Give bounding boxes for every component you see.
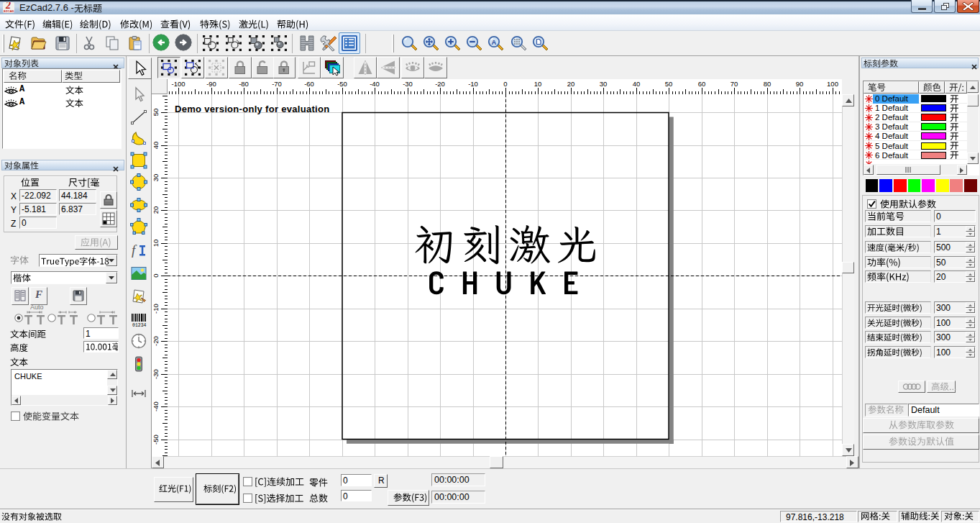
svg-text:-80: -80: [239, 80, 249, 88]
svg-text:-10: -10: [468, 80, 478, 88]
svg-text:-10: -10: [152, 304, 160, 314]
svg-text:-70: -70: [272, 80, 282, 88]
svg-text:-90: -90: [206, 80, 216, 88]
svg-text:30: 30: [600, 80, 608, 88]
svg-text:90: 90: [796, 80, 804, 88]
svg-text:-20: -20: [435, 80, 445, 88]
svg-text:0: 0: [152, 273, 160, 277]
svg-text:01234: 01234: [132, 323, 147, 328]
svg-text:-50: -50: [337, 80, 347, 88]
svg-text:20: 20: [567, 80, 575, 88]
svg-text:70: 70: [731, 80, 738, 88]
svg-text:40: 40: [633, 80, 641, 88]
svg-text:10: 10: [534, 80, 542, 88]
svg-text:-60: -60: [304, 80, 314, 88]
svg-text:50: 50: [152, 109, 160, 117]
svg-text:-30: -30: [403, 80, 413, 88]
svg-text:-50: -50: [152, 435, 160, 445]
svg-text:50: 50: [665, 80, 673, 88]
svg-text:-20: -20: [152, 336, 160, 346]
svg-text:80: 80: [764, 80, 771, 88]
svg-text:-100: -100: [171, 80, 185, 88]
svg-text:100: 100: [827, 80, 838, 88]
svg-text:20: 20: [152, 206, 160, 214]
svg-text:-30: -30: [152, 369, 160, 379]
svg-text:A: A: [492, 38, 497, 46]
svg-text:f: f: [132, 242, 137, 258]
svg-text:40: 40: [152, 142, 160, 150]
svg-text:10: 10: [152, 240, 160, 247]
svg-text:-40: -40: [370, 80, 380, 88]
svg-text:30: 30: [152, 174, 160, 182]
svg-text:-40: -40: [152, 401, 160, 411]
svg-text:60: 60: [698, 80, 706, 88]
svg-text:0: 0: [503, 80, 507, 88]
